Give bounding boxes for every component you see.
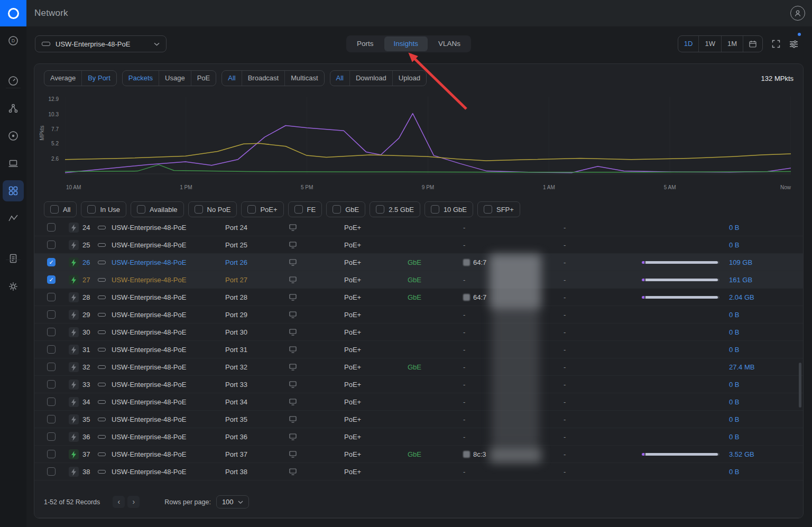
port-label[interactable]: Port 25: [225, 236, 247, 254]
port-label[interactable]: Port 26: [225, 254, 247, 271]
port-label[interactable]: Port 27: [225, 271, 247, 289]
filter-chip-no-poe[interactable]: No PoE: [188, 201, 237, 217]
switch-name[interactable]: USW-Enterprise-48-PoE: [112, 463, 186, 480]
filter-chip-fe[interactable]: FE: [288, 201, 322, 217]
filter-chip-in-use[interactable]: In Use: [81, 201, 126, 217]
sidebar-item-speedtest[interactable]: [3, 70, 24, 91]
filter-chip-available[interactable]: Available: [131, 201, 184, 217]
chart-option-broadcast[interactable]: Broadcast: [242, 71, 285, 86]
chart-option-usage[interactable]: Usage: [159, 71, 191, 86]
switch-name[interactable]: USW-Enterprise-48-PoE: [112, 271, 186, 289]
chart-option-all[interactable]: All: [222, 71, 241, 86]
sidebar-item-ports[interactable]: [3, 180, 24, 201]
row-checkbox[interactable]: [47, 241, 56, 249]
sidebar-item-statistics[interactable]: [3, 208, 24, 229]
sidebar-item-devices[interactable]: [3, 125, 24, 146]
switch-name[interactable]: USW-Enterprise-48-PoE: [112, 376, 186, 393]
fullscreen-button[interactable]: [772, 40, 780, 48]
filter-chip-gbe[interactable]: GbE: [326, 201, 365, 217]
tab-vlans[interactable]: VLANs: [429, 36, 470, 51]
range-1d[interactable]: 1D: [678, 36, 699, 52]
rows-per-page-select[interactable]: 100: [216, 495, 249, 508]
row-checkbox[interactable]: [47, 397, 56, 406]
switch-name[interactable]: USW-Enterprise-48-PoE: [112, 306, 186, 323]
tab-insights[interactable]: Insights: [384, 36, 428, 51]
checkbox[interactable]: [484, 205, 492, 214]
switch-name[interactable]: USW-Enterprise-48-PoE: [112, 411, 186, 428]
filter-chip-10-gbe[interactable]: 10 GbE: [425, 201, 473, 217]
checkbox[interactable]: [431, 205, 439, 214]
range-1m[interactable]: 1M: [721, 36, 743, 52]
sidebar-item-topology[interactable]: [3, 98, 24, 119]
user-avatar[interactable]: [790, 6, 805, 21]
row-checkbox[interactable]: [47, 223, 56, 232]
row-checkbox[interactable]: [47, 467, 56, 476]
switch-name[interactable]: USW-Enterprise-48-PoE: [112, 393, 186, 411]
row-checkbox[interactable]: [47, 310, 56, 319]
chart-option-all[interactable]: All: [330, 71, 349, 86]
chart-option-poe[interactable]: PoE: [191, 71, 216, 86]
switch-name[interactable]: USW-Enterprise-48-PoE: [112, 446, 186, 463]
port-label[interactable]: Port 32: [225, 358, 247, 376]
range-1w[interactable]: 1W: [698, 36, 721, 52]
sidebar-item-clients[interactable]: [3, 153, 24, 174]
filter-settings-button[interactable]: [789, 40, 798, 48]
chart-option-download[interactable]: Download: [349, 71, 392, 86]
switch-name[interactable]: USW-Enterprise-48-PoE: [112, 236, 186, 254]
row-checkbox[interactable]: [47, 293, 56, 301]
chart-option-upload[interactable]: Upload: [392, 71, 426, 86]
port-label[interactable]: Port 34: [225, 393, 247, 411]
chart-option-average[interactable]: Average: [44, 71, 81, 86]
switch-name[interactable]: USW-Enterprise-48-PoE: [112, 341, 186, 358]
filter-chip-sfp[interactable]: SFP+: [477, 201, 520, 217]
port-label[interactable]: Port 36: [225, 428, 247, 446]
switch-name[interactable]: USW-Enterprise-48-PoE: [112, 323, 186, 341]
checkbox[interactable]: [294, 205, 303, 214]
chart-option-multicast[interactable]: Multicast: [284, 71, 324, 86]
device-selector[interactable]: USW-Enterprise-48-PoE: [35, 35, 167, 52]
next-page-button[interactable]: ›: [127, 496, 140, 508]
filter-chip-all[interactable]: All: [44, 201, 77, 217]
port-label[interactable]: Port 29: [225, 306, 247, 323]
checkbox[interactable]: [137, 205, 145, 214]
row-checkbox[interactable]: [47, 432, 56, 441]
tab-ports[interactable]: Ports: [347, 36, 383, 51]
port-label[interactable]: Port 38: [225, 463, 247, 480]
checkbox[interactable]: [376, 205, 384, 214]
chart-option-packets[interactable]: Packets: [123, 71, 159, 86]
checkbox[interactable]: [50, 205, 59, 214]
port-label[interactable]: Port 28: [225, 289, 247, 306]
row-checkbox[interactable]: [47, 415, 56, 423]
filter-chip-poe[interactable]: PoE+: [241, 201, 283, 217]
switch-name[interactable]: USW-Enterprise-48-PoE: [112, 289, 186, 306]
checkbox[interactable]: [247, 205, 256, 214]
checkbox[interactable]: [333, 205, 341, 214]
row-checkbox[interactable]: [47, 345, 56, 354]
sidebar-item-logs[interactable]: [3, 248, 24, 269]
switch-name[interactable]: USW-Enterprise-48-PoE: [112, 428, 186, 446]
sidebar-item-dashboard[interactable]: D: [3, 30, 24, 51]
prev-page-button[interactable]: ‹: [113, 496, 125, 508]
filter-chip-2-5-gbe[interactable]: 2.5 GbE: [370, 201, 420, 217]
port-label[interactable]: Port 31: [225, 341, 247, 358]
switch-name[interactable]: USW-Enterprise-48-PoE: [112, 358, 186, 376]
checkbox[interactable]: [195, 205, 203, 214]
row-checkbox[interactable]: [47, 450, 56, 458]
row-checkbox[interactable]: [47, 275, 56, 284]
port-label[interactable]: Port 24: [225, 221, 247, 236]
port-label[interactable]: Port 35: [225, 411, 247, 428]
row-checkbox[interactable]: [47, 328, 56, 336]
checkbox[interactable]: [87, 205, 96, 214]
vertical-scrollbar[interactable]: [799, 363, 801, 408]
chart-option-by-port[interactable]: By Port: [81, 71, 116, 86]
port-label[interactable]: Port 30: [225, 323, 247, 341]
port-label[interactable]: Port 33: [225, 376, 247, 393]
calendar-button[interactable]: [743, 36, 762, 52]
switch-name[interactable]: USW-Enterprise-48-PoE: [112, 254, 186, 271]
unifi-logo[interactable]: [0, 0, 26, 26]
port-label[interactable]: Port 37: [225, 446, 247, 463]
row-checkbox[interactable]: [47, 258, 56, 266]
row-checkbox[interactable]: [47, 363, 56, 371]
row-checkbox[interactable]: [47, 380, 56, 389]
switch-name[interactable]: USW-Enterprise-48-PoE: [112, 221, 186, 236]
